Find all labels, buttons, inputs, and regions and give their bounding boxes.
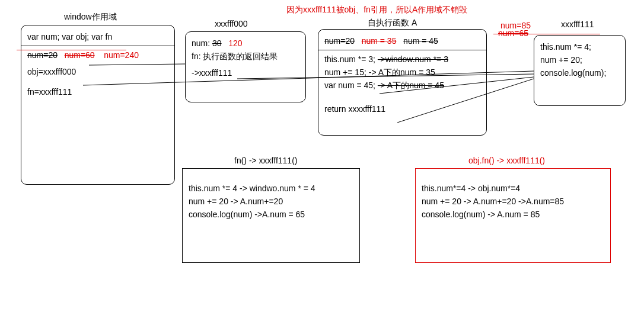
obj-fn-arrow: ->xxxfff111 bbox=[192, 66, 299, 79]
window-var-decl: var num; var obj; var fn bbox=[27, 30, 168, 43]
num65-label: num=65 bbox=[498, 28, 528, 38]
obj-box-title: xxxfff000 bbox=[215, 19, 248, 28]
iife-l3a: var num = 45; bbox=[324, 81, 375, 90]
window-scope-title: window作用域 bbox=[64, 12, 117, 22]
obj-num-line: num: 30 120 bbox=[192, 37, 299, 50]
obj-fn-label: fn: 执行函数的返回结果 bbox=[192, 50, 299, 63]
fn111-l2: num += 20; bbox=[540, 53, 619, 66]
obj-num-label: num: bbox=[192, 38, 210, 48]
fn-call-l1: this.num *= 4 -> windwo.num * = 4 bbox=[189, 182, 353, 195]
divider bbox=[318, 50, 486, 50]
fn-call-l3: console.log(num) ->A.num = 65 bbox=[189, 208, 353, 221]
iife-l3b: -> A下的num = 45 bbox=[378, 81, 444, 90]
num-60: num=60 bbox=[65, 50, 95, 60]
window-num-strike-rule bbox=[17, 50, 126, 50]
fn-call-title: fn() -> xxxfff111() bbox=[234, 156, 297, 165]
num-20: num=20 bbox=[27, 50, 58, 60]
obj-call-box: this.num*=4 -> obj.num*=4 num += 20 -> A… bbox=[415, 168, 611, 263]
iife-l1b: ->window.num *= 3 bbox=[378, 54, 448, 64]
fn-call-l2: num += 20 -> A.num+=20 bbox=[189, 195, 353, 208]
obj-call-l2: num += 20 -> A.num+=20 ->A.num=85 bbox=[422, 195, 604, 208]
iife-box: num=20 num = 35 num = 45 this.num *= 3; … bbox=[318, 29, 487, 136]
iife-num-line: num=20 num = 35 num = 45 bbox=[324, 34, 480, 47]
window-fn-ref: fn=xxxfff111 bbox=[27, 85, 168, 98]
iife-l1: this.num *= 3; ->window.num *= 3 bbox=[324, 53, 480, 66]
num-240: num=240 bbox=[104, 50, 139, 60]
iife-num20: num=20 bbox=[324, 36, 355, 46]
iife-l3: var num = 45; -> A下的num = 45 bbox=[324, 79, 480, 92]
obj-call-title: obj.fn() -> xxxfff111() bbox=[468, 156, 545, 165]
iife-title: 自执行函数 A bbox=[368, 18, 417, 28]
obj-num-old: 30 bbox=[212, 38, 222, 48]
iife-l1a: this.num *= 3; bbox=[324, 54, 375, 64]
fn111-l1: this.num *= 4; bbox=[540, 40, 619, 53]
iife-num35: num = 35 bbox=[362, 36, 397, 46]
divider bbox=[21, 46, 174, 46]
iife-l2: num += 15; -> A下的num = 35 bbox=[324, 66, 480, 79]
window-obj-ref: obj=xxxfff000 bbox=[27, 65, 168, 78]
obj-call-l3: console.log(num) -> A.num = 85 bbox=[422, 208, 604, 221]
top-annotation: 因为xxxfff111被obj、fn引用，所以A作用域不销毁 bbox=[286, 5, 467, 15]
obj-box: num: 30 120 fn: 执行函数的返回结果 ->xxxfff111 bbox=[185, 31, 306, 102]
window-scope-box: var num; var obj; var fn num=20 num=60 n… bbox=[21, 25, 175, 185]
iife-num45: num = 45 bbox=[403, 36, 438, 46]
window-num-line: num=20 num=60 num=240 bbox=[27, 49, 168, 62]
fn111-box: this.num *= 4; num += 20; console.log(nu… bbox=[534, 35, 626, 106]
obj-call-l1: this.num*=4 -> obj.num*=4 bbox=[422, 182, 604, 195]
obj-num-new: 120 bbox=[228, 38, 242, 48]
iife-return: return xxxxfff111 bbox=[324, 102, 480, 115]
fn111-l3: console.log(num); bbox=[540, 66, 619, 79]
fn-call-box: this.num *= 4 -> windwo.num * = 4 num +=… bbox=[182, 168, 360, 263]
fn111-title: xxxfff111 bbox=[561, 20, 594, 29]
